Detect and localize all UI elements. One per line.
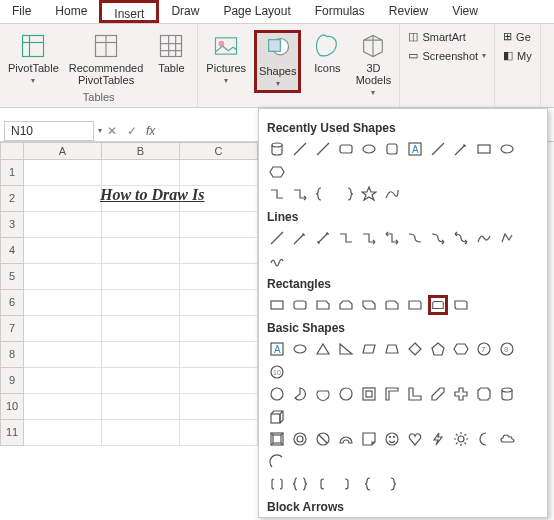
cell[interactable]: [24, 420, 102, 446]
cell[interactable]: [102, 316, 180, 342]
shape-oval[interactable]: [290, 339, 310, 359]
row-header[interactable]: 10: [0, 394, 24, 420]
shape-freeform[interactable]: [497, 228, 517, 248]
shape-decagon[interactable]: 10: [267, 362, 287, 382]
shape-double-brace[interactable]: [290, 474, 310, 494]
col-header[interactable]: B: [102, 142, 180, 160]
cell[interactable]: [24, 160, 102, 186]
cell[interactable]: [24, 394, 102, 420]
shape-oval[interactable]: [497, 139, 517, 159]
shape-curve-arrow[interactable]: [428, 228, 448, 248]
fx-label[interactable]: fx: [142, 124, 159, 138]
cell[interactable]: [24, 342, 102, 368]
shape-round-two-same[interactable]: [428, 295, 448, 315]
shape-parallelogram[interactable]: [359, 339, 379, 359]
shape-star[interactable]: [359, 184, 379, 204]
shape-pentagon[interactable]: [428, 339, 448, 359]
get-addins-button[interactable]: ⊞Ge: [499, 28, 535, 45]
shape-brace[interactable]: [313, 184, 333, 204]
my-addins-button[interactable]: ◧My: [499, 47, 536, 64]
cell[interactable]: [180, 342, 258, 368]
shape-right-bracket[interactable]: [336, 474, 356, 494]
row-header[interactable]: 5: [0, 264, 24, 290]
row-header[interactable]: 11: [0, 420, 24, 446]
cell[interactable]: [180, 238, 258, 264]
shape-rect[interactable]: [474, 139, 494, 159]
row-header[interactable]: 4: [0, 238, 24, 264]
cell[interactable]: [102, 342, 180, 368]
shape-connector[interactable]: [267, 184, 287, 204]
tab-formulas[interactable]: Formulas: [303, 0, 377, 23]
shape-rectangle[interactable]: [267, 295, 287, 315]
cell[interactable]: [102, 238, 180, 264]
tab-draw[interactable]: Draw: [159, 0, 211, 23]
shape-brace[interactable]: [336, 184, 356, 204]
shape-line-arrow[interactable]: [290, 228, 310, 248]
shape-round-diag[interactable]: [451, 295, 471, 315]
shape-diamond[interactable]: [405, 339, 425, 359]
cell[interactable]: [102, 290, 180, 316]
shape-trapezoid[interactable]: [382, 339, 402, 359]
select-all-corner[interactable]: [0, 142, 24, 160]
shape-rounded-rect[interactable]: [336, 139, 356, 159]
tab-page-layout[interactable]: Page Layout: [211, 0, 302, 23]
3d-models-button[interactable]: 3D Models ▾: [353, 30, 393, 99]
shapes-button[interactable]: Shapes ▾: [254, 30, 301, 93]
shape-sun[interactable]: [451, 429, 471, 449]
shape-curve-conn[interactable]: [405, 228, 425, 248]
cell[interactable]: [180, 212, 258, 238]
shape-rounded-rect[interactable]: [382, 139, 402, 159]
shape-heart[interactable]: [405, 429, 425, 449]
shape-chord[interactable]: [313, 384, 333, 404]
col-header[interactable]: A: [24, 142, 102, 160]
shape-no-symbol[interactable]: [313, 429, 333, 449]
shape-cube[interactable]: [267, 407, 287, 427]
shape-dodecagon[interactable]: [267, 384, 287, 404]
cell[interactable]: [180, 264, 258, 290]
cell[interactable]: [180, 316, 258, 342]
cell[interactable]: [24, 186, 102, 212]
shape-block-arc[interactable]: [336, 429, 356, 449]
row-header[interactable]: 6: [0, 290, 24, 316]
shape-folded-corner[interactable]: [359, 429, 379, 449]
cell[interactable]: [180, 160, 258, 186]
shape-curve-double[interactable]: [451, 228, 471, 248]
row-header[interactable]: 2: [0, 186, 24, 212]
shape-frame[interactable]: [359, 384, 379, 404]
shape-lightning[interactable]: [428, 429, 448, 449]
shape-hexagon[interactable]: [267, 162, 287, 182]
shape-arrow[interactable]: [451, 139, 471, 159]
shape-rounded-rectangle[interactable]: [290, 295, 310, 315]
cell[interactable]: [24, 212, 102, 238]
tab-home[interactable]: Home: [43, 0, 99, 23]
shape-line[interactable]: [313, 139, 333, 159]
cell[interactable]: [24, 368, 102, 394]
shape-hexagon[interactable]: [451, 339, 471, 359]
shape-curve[interactable]: [382, 184, 402, 204]
shape-teardrop[interactable]: [336, 384, 356, 404]
cancel-formula-button[interactable]: ✕: [102, 124, 122, 138]
shape-line[interactable]: [428, 139, 448, 159]
shape-lshape[interactable]: [405, 384, 425, 404]
cell[interactable]: [180, 420, 258, 446]
shape-cross[interactable]: [451, 384, 471, 404]
shape-arc[interactable]: [267, 452, 287, 472]
tab-file[interactable]: File: [0, 0, 43, 23]
cell[interactable]: [180, 394, 258, 420]
shape-elbow-double[interactable]: [382, 228, 402, 248]
shape-smiley[interactable]: [382, 429, 402, 449]
shape-pie[interactable]: [290, 384, 310, 404]
enter-formula-button[interactable]: ✓: [122, 124, 142, 138]
shape-moon[interactable]: [474, 429, 494, 449]
shape-can[interactable]: [497, 384, 517, 404]
pictures-button[interactable]: Pictures ▾: [204, 30, 248, 87]
cell[interactable]: [102, 420, 180, 446]
name-box[interactable]: N10: [4, 121, 94, 141]
shape-double-bracket[interactable]: [267, 474, 287, 494]
shape-left-brace[interactable]: [359, 474, 379, 494]
cell[interactable]: [24, 316, 102, 342]
tab-view[interactable]: View: [440, 0, 490, 23]
smartart-button[interactable]: ◫SmartArt: [404, 28, 469, 45]
row-header[interactable]: 7: [0, 316, 24, 342]
shape-right-brace[interactable]: [382, 474, 402, 494]
